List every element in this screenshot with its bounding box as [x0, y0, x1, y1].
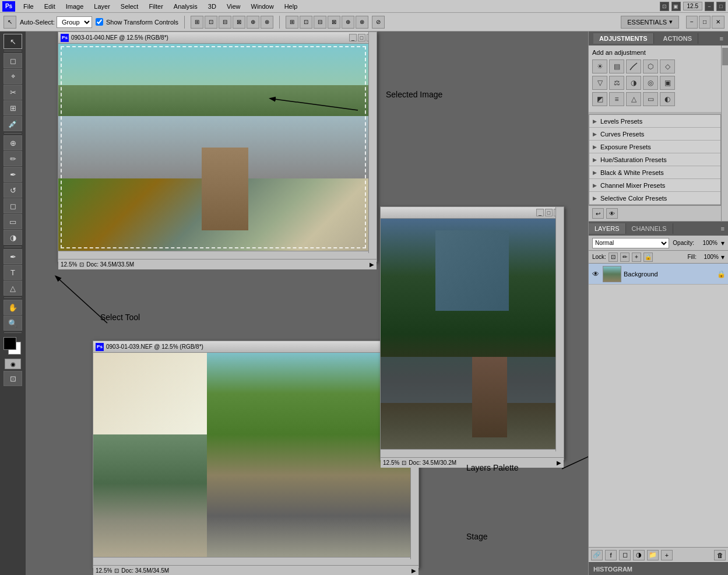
- align-top[interactable]: ⊠: [233, 16, 245, 29]
- zoom-tool[interactable]: 🔍: [3, 315, 22, 331]
- layer-eye-icon[interactable]: 👁: [591, 269, 600, 279]
- menu-3d[interactable]: 3D: [203, 2, 221, 11]
- adj-eye-btn[interactable]: 👁: [606, 208, 618, 219]
- vibrance-icon[interactable]: ◇: [660, 59, 675, 73]
- text-tool[interactable]: T: [3, 265, 22, 280]
- doc-window-3[interactable]: _ □ ✕: [380, 206, 564, 460]
- adj-scrollbar[interactable]: [721, 45, 728, 221]
- menu-select[interactable]: Select: [116, 2, 143, 11]
- align-right[interactable]: ⊟: [219, 16, 231, 29]
- quick-select-tool[interactable]: ✂: [3, 85, 22, 100]
- crop-tool[interactable]: ⊞: [3, 100, 22, 115]
- min-btn[interactable]: −: [686, 16, 698, 29]
- adj-return-btn[interactable]: ↩: [592, 208, 604, 219]
- doc1-scrollbar-h[interactable]: [58, 251, 368, 259]
- lock-pixel-btn[interactable]: ⊡: [609, 253, 618, 262]
- brush-tool[interactable]: ✏: [3, 151, 22, 166]
- doc1-scroll-arrow[interactable]: ▶: [370, 261, 374, 268]
- menu-file[interactable]: File: [19, 2, 38, 11]
- doc2-canvas[interactable]: [93, 353, 418, 557]
- doc3-img-area[interactable]: [381, 219, 564, 449]
- align-center-h[interactable]: ⊡: [205, 16, 217, 29]
- preset-huesat[interactable]: ▶ Hue/Saturation Presets: [589, 153, 720, 166]
- align-middle[interactable]: ⊕: [247, 16, 259, 29]
- doc2-titlebar[interactable]: Ps 0903-01-039.NEF @ 12.5% (RGB/8*) _ □ …: [93, 341, 418, 353]
- doc3-canvas[interactable]: [381, 219, 564, 449]
- preset-exposure[interactable]: ▶ Exposure Presets: [589, 141, 720, 153]
- brightness-icon[interactable]: ☀: [592, 59, 607, 73]
- doc1-canvas[interactable]: [58, 44, 377, 251]
- layers-panel-close[interactable]: ≡: [718, 225, 728, 232]
- doc-window-1[interactable]: Ps 0903-01-040.NEF @ 12.5% (RGB/8*) _ □ …: [58, 31, 377, 262]
- extra-opt[interactable]: ⊘: [372, 16, 385, 29]
- close-btn[interactable]: ✕: [712, 16, 725, 29]
- dist-4[interactable]: ⊠: [328, 16, 340, 29]
- posterize-icon[interactable]: ≡: [609, 92, 624, 106]
- bw-icon[interactable]: ◑: [626, 76, 641, 90]
- adj-layer-btn[interactable]: ◑: [633, 550, 645, 560]
- levels-icon[interactable]: ▤: [609, 59, 624, 73]
- background-layer-row[interactable]: 👁 Background 🔒: [589, 264, 728, 285]
- menu-layer[interactable]: Layer: [89, 2, 115, 11]
- add-mask-btn[interactable]: ◻: [619, 550, 631, 560]
- opacity-arrow[interactable]: ▾: [721, 239, 725, 247]
- lock-icon-btn[interactable]: 🔒: [643, 253, 653, 262]
- adj-panel-close[interactable]: ≡: [720, 35, 723, 42]
- menu-analysis[interactable]: Analysis: [169, 2, 202, 11]
- doc2-scrollbar-h[interactable]: [93, 557, 410, 565]
- add-style-btn[interactable]: f: [605, 550, 617, 560]
- layers-tab[interactable]: LAYERS: [589, 223, 626, 234]
- preset-levels[interactable]: ▶ Levels Presets: [589, 115, 720, 128]
- preset-bw[interactable]: ▶ Black & White Presets: [589, 166, 720, 179]
- lock-all-btn[interactable]: +: [632, 253, 641, 262]
- threshold-icon[interactable]: △: [626, 92, 641, 106]
- tool-select-btn[interactable]: ↖: [3, 16, 16, 29]
- eyedropper-tool[interactable]: 💉: [3, 116, 22, 131]
- auto-select-dropdown[interactable]: Group Layer: [57, 16, 92, 28]
- adj-scroll-thumb[interactable]: [722, 48, 728, 65]
- dist-3[interactable]: ⊟: [314, 16, 326, 29]
- doc3-scrollbar-h[interactable]: [381, 449, 555, 457]
- blend-mode-select[interactable]: Normal Multiply Screen: [592, 238, 669, 248]
- transform-controls-label[interactable]: Show Transform Controls: [96, 18, 178, 26]
- menu-edit[interactable]: Edit: [40, 2, 60, 11]
- menu-filter[interactable]: Filter: [144, 2, 167, 11]
- doc3-maximize[interactable]: □: [545, 209, 553, 216]
- preset-curves[interactable]: ▶ Curves Presets: [589, 128, 720, 141]
- doc3-minimize[interactable]: _: [536, 209, 544, 216]
- preset-selcolor[interactable]: ▶ Selective Color Presets: [589, 192, 720, 205]
- pen-tool[interactable]: ✒: [3, 249, 22, 264]
- new-layer-btn[interactable]: +: [661, 550, 673, 560]
- lock-position-btn[interactable]: ✏: [620, 253, 629, 262]
- dist-5[interactable]: ⊕: [342, 16, 354, 29]
- selcolor-icon[interactable]: ◐: [660, 92, 675, 106]
- maximize-icon[interactable]: □: [716, 2, 726, 11]
- dodge-tool[interactable]: ◑: [3, 230, 22, 245]
- exposure-icon[interactable]: ⬡: [643, 59, 658, 73]
- doc-window-2[interactable]: Ps 0903-01-039.NEF @ 12.5% (RGB/8*) _ □ …: [93, 341, 419, 568]
- doc1-maximize[interactable]: □: [358, 34, 365, 41]
- transform-controls-checkbox[interactable]: [96, 18, 103, 26]
- fill-value[interactable]: 100%: [699, 254, 719, 260]
- dist-h[interactable]: ⊞: [286, 16, 298, 29]
- clone-tool[interactable]: ✒: [3, 167, 22, 182]
- link-layers-btn[interactable]: 🔗: [591, 550, 603, 560]
- doc1-minimize[interactable]: _: [349, 34, 357, 41]
- channelmix-icon[interactable]: ▣: [660, 76, 675, 90]
- arrange-icon[interactable]: ▣: [671, 2, 681, 11]
- photofilter-icon[interactable]: ◎: [643, 76, 658, 90]
- align-bottom[interactable]: ⊗: [261, 16, 273, 29]
- doc3-scroll-arrow[interactable]: ▶: [557, 460, 561, 466]
- colorbal-icon[interactable]: ⚖: [609, 76, 624, 90]
- color-swatches[interactable]: [3, 337, 22, 356]
- menu-view[interactable]: View: [222, 2, 245, 11]
- doc1-titlebar[interactable]: Ps 0903-01-040.NEF @ 12.5% (RGB/8*) _ □ …: [58, 32, 377, 44]
- foreground-color-swatch[interactable]: [3, 337, 16, 350]
- zoom-display[interactable]: 12.5: [683, 2, 702, 10]
- screen-mode-btn[interactable]: ⊡: [3, 371, 22, 386]
- adjustments-tab[interactable]: ADJUSTMENTS: [593, 33, 654, 44]
- lasso-tool[interactable]: ⌖: [3, 69, 22, 84]
- doc3-scrollbar-v[interactable]: [555, 207, 564, 451]
- minimize-icon[interactable]: −: [705, 2, 714, 11]
- fill-arrow[interactable]: ▾: [721, 253, 725, 261]
